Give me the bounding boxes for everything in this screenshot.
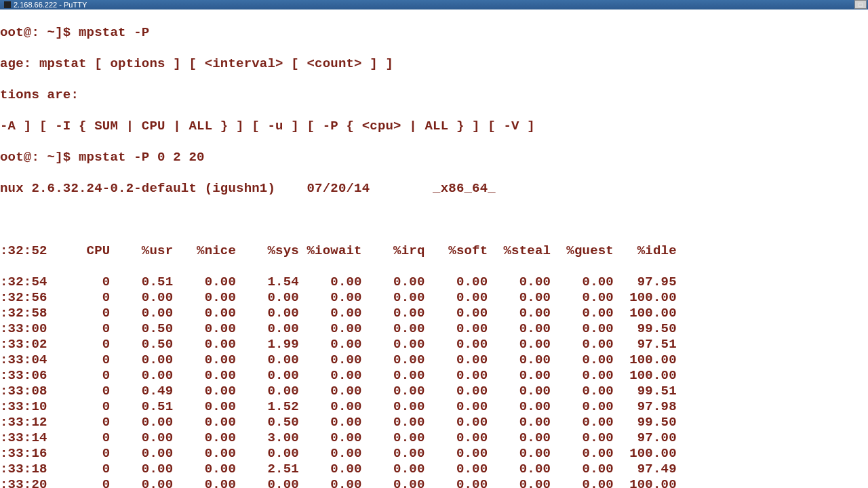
table-row: :33:08 0 0.49 0.00 0.00 0.00 0.00 0.00 0… <box>0 384 868 399</box>
table-row: :33:06 0 0.00 0.00 0.00 0.00 0.00 0.00 0… <box>0 368 868 384</box>
terminal-area[interactable]: oot@: ~]$ mpstat -P age: mpstat [ option… <box>0 9 868 488</box>
table-row: :32:54 0 0.51 0.00 1.54 0.00 0.00 0.00 0… <box>0 274 868 290</box>
table-row: :33:00 0 0.50 0.00 0.00 0.00 0.00 0.00 0… <box>0 321 868 337</box>
command-line: oot@: ~]$ mpstat -P 0 2 20 <box>0 150 868 165</box>
usage-line: age: mpstat [ options ] [ <interval> [ <… <box>0 56 868 72</box>
table-row: :32:56 0 0.00 0.00 0.00 0.00 0.00 0.00 0… <box>0 290 868 306</box>
table-row: :32:58 0 0.00 0.00 0.00 0.00 0.00 0.00 0… <box>0 306 868 321</box>
window-titlebar[interactable]: 2.168.66.222 - PuTTY □ <box>0 0 868 9</box>
command-line: oot@: ~]$ mpstat -P <box>0 25 868 41</box>
table-row: :33:20 0 0.00 0.00 0.00 0.00 0.00 0.00 0… <box>0 477 868 488</box>
maximize-button[interactable]: □ <box>854 0 867 9</box>
table-row: :33:14 0 0.00 0.00 3.00 0.00 0.00 0.00 0… <box>0 430 868 446</box>
table-row: :33:16 0 0.00 0.00 0.00 0.00 0.00 0.00 0… <box>0 446 868 462</box>
table-row: :33:18 0 0.00 0.00 2.51 0.00 0.00 0.00 0… <box>0 462 868 477</box>
table-header-row: :32:52 CPU %usr %nice %sys %iowait %irq … <box>0 243 868 259</box>
kernel-info-line: nux 2.6.32.24-0.2-default (igushn1) 07/2… <box>0 181 868 197</box>
usage-line: tions are: <box>0 87 868 103</box>
window-title: 2.168.66.222 - PuTTY <box>14 1 87 9</box>
blank-line <box>0 212 868 228</box>
table-row: :33:02 0 0.50 0.00 1.99 0.00 0.00 0.00 0… <box>0 337 868 352</box>
usage-line: -A ] [ -I { SUM | CPU | ALL } ] [ -u ] [… <box>0 119 868 134</box>
table-row: :33:12 0 0.00 0.00 0.50 0.00 0.00 0.00 0… <box>0 415 868 430</box>
putty-icon <box>4 1 11 8</box>
table-row: :33:10 0 0.51 0.00 1.52 0.00 0.00 0.00 0… <box>0 399 868 415</box>
table-row: :33:04 0 0.00 0.00 0.00 0.00 0.00 0.00 0… <box>0 352 868 368</box>
